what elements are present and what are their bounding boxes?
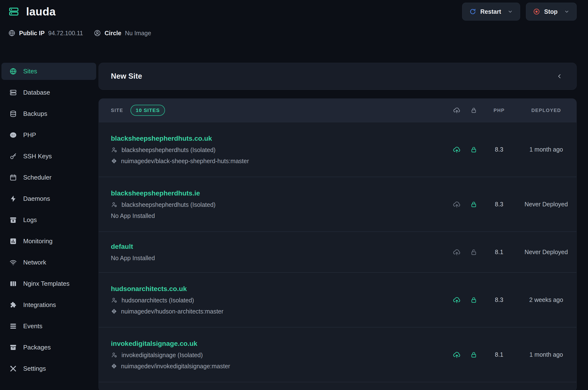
site-user-label: invokedigitalsignage (Isolated) [121,352,203,359]
deployed-column-header: DEPLOYED [531,108,561,113]
sidebar-item-php[interactable]: PHP [1,126,96,144]
server-name-title: lauda [26,5,56,18]
stop-button[interactable]: Stop [526,3,577,20]
stop-icon [533,8,540,15]
new-site-panel[interactable]: New Site [99,63,577,90]
public-ip: Public IP 94.72.100.11 [8,29,83,37]
deployed-time: 1 month ago [529,146,563,153]
php-version: 8.1 [495,248,503,255]
php-version: 8.3 [495,296,503,303]
sidebar-item-events[interactable]: Events [1,318,96,335]
server-icon [9,89,17,96]
sidebar-item-logs[interactable]: Logs [1,211,96,229]
sites-table-header: SITE 10 SITES [99,99,576,122]
server-logo-icon [8,6,19,17]
sidebar-item-label: Scheduler [23,174,52,181]
lock-open-icon [470,248,477,256]
new-site-title: New Site [111,72,142,81]
brand: lauda [8,5,56,18]
sidebar-item-network[interactable]: Network [1,254,96,271]
site-row[interactable]: blacksheepshepherdhuts.co.uk blacksheeps… [99,122,576,177]
deployed-time: 1 month ago [529,351,563,358]
site-repo: nuimagedev/black-sheep-shepherd-huts:mas… [111,158,448,165]
lock-closed-icon [470,296,477,304]
site-row[interactable]: invokedigitalsignage.co.uk invokedigital… [99,327,576,382]
deployed-time: 2 weeks ago [529,296,563,303]
archive-box-icon [9,216,17,224]
no-app-installed: No App Installed [111,212,448,219]
provider-info: Circle Nu Image [94,29,151,37]
git-icon [111,308,117,314]
site-row[interactable]: blacksheepshepherdhuts.ie blacksheepshep… [99,177,576,232]
bar-chart-icon [9,238,17,245]
site-link[interactable]: invokedigitalsignage.co.uk [111,340,197,347]
wifi-icon [9,259,17,266]
globe-icon [9,68,17,75]
deployed-time: Never Deployed [525,201,568,207]
lock-closed-icon [470,201,477,208]
site-row[interactable]: default No App Installed 8.1 Never Deplo… [99,232,576,272]
site-link[interactable]: blacksheepshepherdhuts.co.uk [111,135,212,142]
tools-icon [9,365,17,372]
restart-button[interactable]: Restart [462,3,520,20]
sidebar-item-integrations[interactable]: Integrations [1,296,96,313]
user-circle-icon [94,29,101,37]
php-icon [9,131,17,139]
bolt-icon [9,195,17,202]
chevron-left-icon[interactable] [555,71,564,81]
sidebar-item-sites[interactable]: Sites [1,63,96,80]
cloud-upload-icon [453,200,461,208]
site-link[interactable]: hudsonarchitects.co.uk [111,285,187,293]
sidebar-item-monitoring[interactable]: Monitoring [1,233,96,250]
site-user-label: hudsonarchitects (Isolated) [121,297,194,304]
sidebar-item-label: Packages [23,344,51,351]
git-icon [111,363,117,369]
site-repo: nuimagedev/invokedigitalsignage:master [111,363,448,370]
key-icon [9,152,17,160]
site-row[interactable]: hudsonarchitects.co.uk hudsonarchitects … [99,272,576,327]
sidebar-item-label: Events [23,322,43,330]
site-link[interactable]: blacksheepshepherdhuts.ie [111,190,200,197]
site-repo-label: nuimagedev/black-sheep-shepherd-huts:mas… [121,158,249,165]
sidebar-item-ssh-keys[interactable]: SSH Keys [1,148,96,165]
lock-closed-icon [470,351,477,358]
site-row[interactable] [99,382,576,390]
sidebar-item-nginx-templates[interactable]: Nginx Templates [1,275,96,292]
restart-icon [469,8,476,15]
user-icon [111,297,118,304]
php-column-header: PHP [494,108,505,113]
provider-label: Circle [105,30,121,37]
top-actions: Restart Stop [462,3,577,20]
sidebar-item-backups[interactable]: Backups [1,105,96,122]
sidebar-item-database[interactable]: Database [1,84,96,101]
stop-button-label: Stop [544,8,558,15]
queue-list-icon [9,322,17,330]
sidebar-item-scheduler[interactable]: Scheduler [1,169,96,186]
site-repo-label: nuimagedev/invokedigitalsignage:master [121,363,230,370]
no-app-installed: No App Installed [111,255,448,262]
cloud-upload-icon [453,351,461,359]
sidebar-item-label: SSH Keys [23,152,52,160]
cloud-upload-icon [453,106,461,114]
site-user-label: blacksheepshepherdhuts (Isolated) [121,146,216,153]
circle-stack-icon [9,110,17,118]
site-repo-label: nuimagedev/hudson-architects:master [121,308,224,315]
sidebar-item-label: Integrations [23,301,56,309]
user-icon [111,201,118,208]
cloud-upload-icon [453,296,461,304]
sidebar-item-label: Daemons [23,195,50,202]
site-repo: nuimagedev/hudson-architects:master [111,308,448,315]
sidebar-item-packages[interactable]: Packages [1,339,96,356]
sidebar-item-label: Sites [23,68,37,75]
sidebar-item-daemons[interactable]: Daemons [1,190,96,207]
sidebar-item-settings[interactable]: Settings [1,360,96,377]
calendar-icon [9,174,17,181]
sidebar-item-label: Monitoring [23,238,53,245]
php-version: 8.3 [495,146,503,153]
no-app-label: No App Installed [111,255,155,262]
user-icon [111,352,118,358]
topbar: lauda Restart Stop [0,0,588,23]
site-user-label: blacksheepshepherdhuts (Isolated) [121,201,216,208]
site-user: hudsonarchitects (Isolated) [111,297,448,304]
site-link[interactable]: default [111,243,133,250]
